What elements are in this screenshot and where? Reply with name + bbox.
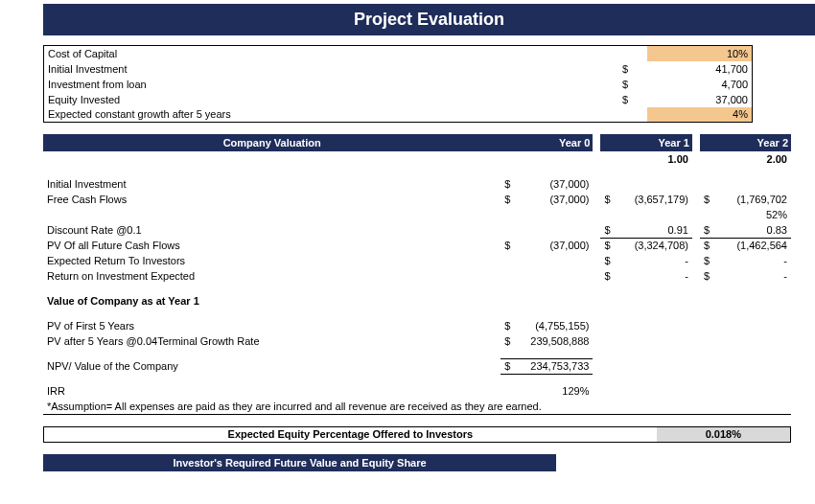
- row-npv-y0: 234,753,733: [518, 358, 594, 374]
- row-pvfuture-y1: (3,324,708): [617, 238, 692, 253]
- info-table: Cost of Capital 10% Initial Investment $…: [43, 45, 753, 123]
- year2-head: Year 2: [716, 134, 791, 151]
- row-fcf-label: Free Cash Flows: [43, 192, 501, 207]
- currency-symbol: $: [600, 192, 617, 207]
- initial-investment-value: 41,700: [647, 61, 752, 77]
- valuation-header: Company Valuation: [43, 134, 501, 151]
- currency-symbol: $: [600, 222, 617, 238]
- currency-symbol: $: [600, 238, 617, 253]
- currency-symbol: $: [618, 77, 648, 92]
- currency-symbol: $: [600, 253, 617, 268]
- currency-symbol: $: [700, 238, 717, 253]
- cost-of-capital-label: Cost of Capital: [44, 46, 618, 61]
- row-initial-investment-label: Initial Investment: [43, 176, 501, 192]
- investment-loan-value: 4,700: [647, 77, 752, 92]
- row-roi-label: Return on Investment Expected: [43, 268, 501, 284]
- currency-symbol: $: [501, 176, 518, 192]
- row-pvafter5-y0: 239,508,888: [518, 333, 594, 349]
- row-discount-y1: 0.91: [617, 222, 692, 238]
- row-pvfuture-y2: (1,462,564: [716, 238, 791, 253]
- row-discount-y2: 0.83: [716, 222, 791, 238]
- row-returninv-y1: -: [617, 253, 692, 268]
- row-roi-y1: -: [617, 268, 692, 284]
- currency-symbol: $: [700, 268, 717, 284]
- equity-percentage-value: 0.018%: [657, 426, 791, 442]
- row-pv5-y0: (4,755,155): [518, 318, 594, 333]
- row-returninv-label: Expected Return To Investors: [43, 253, 501, 268]
- row-npv-label: NPV/ Value of the Company: [43, 358, 501, 374]
- currency-symbol: $: [618, 92, 648, 107]
- investor-future-value-header: Investor's Required Future Value and Equ…: [43, 454, 556, 471]
- valuation-section: Company Valuation Year 0 Year 1 Year 2 1…: [43, 134, 815, 415]
- row-irr-label: IRR: [43, 383, 501, 399]
- row-irr-y0: 129%: [518, 383, 594, 399]
- investment-loan-label: Investment from loan: [44, 77, 618, 92]
- currency-symbol: $: [618, 61, 648, 77]
- year2-num: 2.00: [716, 151, 791, 167]
- currency-symbol: $: [501, 192, 518, 207]
- growth-label: Expected constant growth after 5 years: [44, 107, 618, 123]
- year0-head: Year 0: [518, 134, 594, 151]
- equity-table: Expected Equity Percentage Offered to In…: [43, 426, 791, 443]
- currency-symbol: $: [501, 318, 518, 333]
- value-of-company-header: Value of Company as at Year 1: [43, 293, 501, 309]
- currency-symbol: $: [700, 253, 717, 268]
- currency-symbol: $: [600, 268, 617, 284]
- valuation-table: Company Valuation Year 0 Year 1 Year 2 1…: [43, 134, 791, 415]
- row-pv5-label: PV of First 5 Years: [43, 318, 501, 333]
- currency-symbol: $: [501, 358, 518, 374]
- growth-value: 4%: [647, 107, 752, 123]
- cost-of-capital-value: 10%: [647, 46, 752, 61]
- row-fcf-y2: (1,769,702: [716, 192, 791, 207]
- equity-section: Expected Equity Percentage Offered to In…: [43, 426, 815, 443]
- initial-investment-label: Initial Investment: [44, 61, 618, 77]
- info-section: Cost of Capital 10% Initial Investment $…: [43, 45, 815, 123]
- assumption-note: *Assumption= All expenses are paid as th…: [43, 399, 791, 414]
- row-pvfuture-y0: (37,000): [518, 238, 594, 253]
- currency-symbol: $: [501, 238, 518, 253]
- row-pvfuture-label: PV Of all Future Cash Flows: [43, 238, 501, 253]
- equity-invested-label: Equity Invested: [44, 92, 618, 107]
- page-title: Project Evaluation: [43, 4, 815, 35]
- row-returninv-y2: -: [716, 253, 791, 268]
- row-fcf-y0: (37,000): [518, 192, 594, 207]
- year1-num: 1.00: [617, 151, 692, 167]
- currency-symbol: $: [501, 333, 518, 349]
- row-pct-y2: 52%: [716, 207, 791, 222]
- row-pvafter5-label: PV after 5 Years @0.04Terminal Growth Ra…: [43, 333, 501, 349]
- row-fcf-y1: (3,657,179): [617, 192, 692, 207]
- equity-percentage-label: Expected Equity Percentage Offered to In…: [44, 426, 657, 442]
- year1-head: Year 1: [617, 134, 692, 151]
- row-initial-investment-y0: (37,000): [518, 176, 594, 192]
- row-roi-y2: -: [716, 268, 791, 284]
- currency-symbol: $: [700, 222, 717, 238]
- currency-symbol: $: [700, 192, 717, 207]
- equity-invested-value: 37,000: [647, 92, 752, 107]
- row-discount-label: Discount Rate @0.1: [43, 222, 501, 238]
